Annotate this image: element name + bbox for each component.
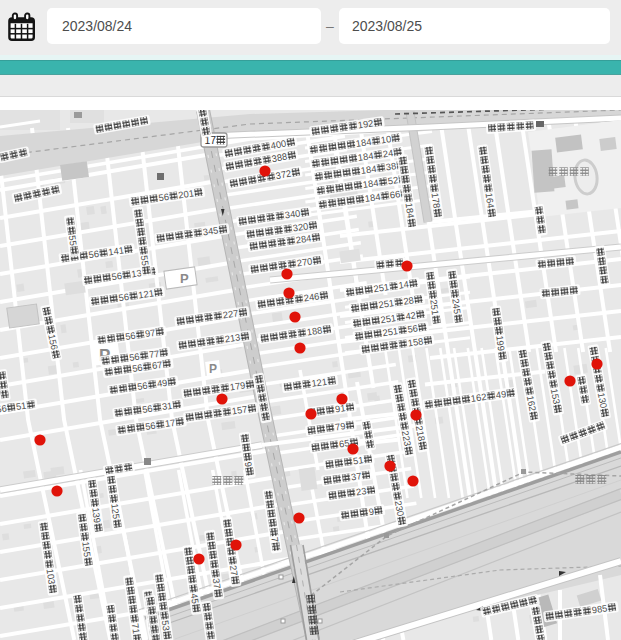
svg-text:97: 97 — [144, 327, 156, 339]
svg-text:49: 49 — [156, 377, 168, 389]
svg-text:79: 79 — [334, 420, 346, 432]
svg-text:14: 14 — [398, 278, 410, 290]
svg-text:139: 139 — [90, 507, 103, 524]
svg-text:320: 320 — [292, 220, 309, 233]
svg-text:184: 184 — [362, 177, 379, 190]
svg-text:56: 56 — [124, 330, 136, 342]
svg-text:345: 345 — [202, 224, 219, 237]
svg-text:51: 51 — [352, 454, 364, 466]
svg-text:56: 56 — [111, 270, 123, 282]
svg-text:27: 27 — [228, 565, 240, 577]
svg-text:67: 67 — [151, 359, 163, 371]
svg-text:56: 56 — [131, 362, 143, 374]
svg-text:56: 56 — [118, 291, 130, 303]
svg-text:213: 213 — [224, 331, 241, 344]
svg-text:24: 24 — [382, 147, 394, 159]
svg-text:56: 56 — [136, 380, 148, 392]
svg-text:184: 184 — [403, 202, 416, 219]
svg-text:51: 51 — [15, 400, 27, 412]
svg-text:184: 184 — [364, 191, 381, 204]
svg-text:31: 31 — [161, 400, 173, 412]
svg-text:55: 55 — [67, 235, 79, 247]
svg-text:121: 121 — [311, 376, 328, 389]
svg-text:10: 10 — [380, 133, 392, 145]
svg-text:37: 37 — [350, 470, 362, 482]
svg-text:340: 340 — [284, 207, 301, 220]
svg-text:42: 42 — [405, 309, 417, 321]
svg-text:184: 184 — [360, 163, 377, 176]
svg-text:45: 45 — [189, 593, 201, 605]
svg-text:158: 158 — [407, 335, 424, 348]
svg-text:157: 157 — [231, 403, 248, 416]
svg-text:270: 270 — [296, 255, 313, 268]
svg-text:251: 251 — [380, 312, 397, 325]
svg-text:179: 179 — [229, 379, 246, 392]
svg-text:121: 121 — [138, 287, 155, 300]
svg-text:284: 284 — [295, 232, 312, 245]
svg-text:227: 227 — [222, 307, 239, 320]
svg-text:17: 17 — [164, 417, 176, 429]
svg-text:103: 103 — [44, 568, 57, 585]
svg-text:178: 178 — [429, 192, 442, 209]
svg-text:38: 38 — [385, 160, 397, 172]
svg-text:246: 246 — [303, 290, 320, 303]
svg-text:985: 985 — [591, 602, 608, 615]
svg-text:141: 141 — [108, 244, 125, 257]
svg-text:P: P — [209, 362, 217, 376]
svg-text:125: 125 — [109, 503, 122, 520]
svg-text:184: 184 — [357, 150, 374, 163]
svg-text:52: 52 — [387, 174, 399, 186]
svg-text:49: 49 — [495, 388, 507, 400]
svg-text:56: 56 — [141, 403, 153, 415]
svg-text:201: 201 — [178, 187, 195, 200]
svg-text:28: 28 — [403, 294, 415, 306]
svg-text:245: 245 — [450, 298, 463, 315]
svg-text:56: 56 — [144, 420, 156, 432]
svg-text:55: 55 — [139, 255, 151, 267]
svg-text:184: 184 — [355, 136, 372, 149]
svg-text:56: 56 — [158, 191, 170, 203]
svg-text:23: 23 — [355, 485, 367, 497]
svg-text:71: 71 — [130, 623, 142, 635]
svg-text:56: 56 — [88, 248, 100, 260]
svg-text:164: 164 — [483, 192, 496, 209]
svg-text:251: 251 — [378, 297, 395, 310]
svg-text:56: 56 — [407, 322, 419, 334]
svg-text:162: 162 — [470, 391, 487, 404]
svg-text:53: 53 — [160, 620, 172, 632]
svg-text:199: 199 — [494, 335, 507, 352]
svg-text:66: 66 — [389, 188, 401, 200]
svg-text:251: 251 — [373, 281, 390, 294]
svg-text:155: 155 — [80, 541, 93, 558]
svg-text:192: 192 — [357, 117, 374, 130]
svg-text:188: 188 — [306, 324, 323, 337]
svg-text:P: P — [180, 271, 189, 286]
svg-text:251: 251 — [382, 325, 399, 338]
svg-text:37: 37 — [211, 578, 223, 590]
svg-text:251: 251 — [428, 299, 441, 316]
